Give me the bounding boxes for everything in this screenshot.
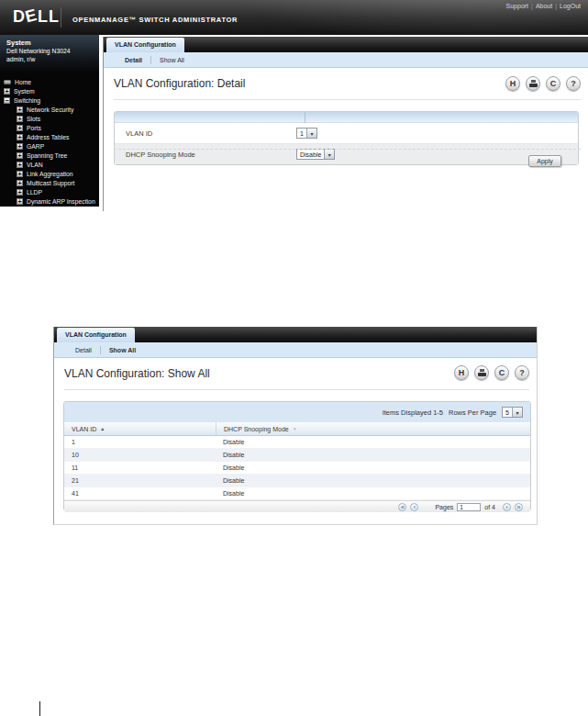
refresh-icon[interactable]: C xyxy=(494,365,509,380)
sidebar-item-dynamic-arp-inspection[interactable]: + Dynamic ARP Inspection xyxy=(0,196,99,206)
apply-button[interactable]: Apply xyxy=(528,155,561,167)
last-page-icon[interactable]: » xyxy=(515,503,523,511)
expand-plus-icon[interactable]: + xyxy=(17,125,23,131)
dell-logo: DELL xyxy=(13,7,60,27)
expand-plus-icon[interactable]: + xyxy=(4,88,10,95)
printer-glyph xyxy=(478,369,486,376)
expand-plus-icon[interactable]: + xyxy=(17,189,23,196)
dhcp-mode-cell: Disable xyxy=(216,490,530,497)
dhcp-snooping-select[interactable]: Disable ▾ xyxy=(296,149,335,160)
refresh-icon[interactable]: C xyxy=(546,76,560,91)
tree-label: VLAN xyxy=(27,162,43,168)
dropdown-arrow-icon[interactable]: ▾ xyxy=(512,408,522,417)
sidebar-device-name: Dell Networking N3024 xyxy=(6,48,99,54)
about-link[interactable]: About xyxy=(536,3,552,9)
sidebar-item-vlan[interactable]: + VLAN xyxy=(0,160,99,169)
sidebar-item-spanning-tree[interactable]: + Spanning Tree xyxy=(0,151,99,160)
tree-label: Switching xyxy=(14,97,40,104)
expand-plus-icon[interactable]: + xyxy=(17,116,23,122)
column-header-vlan-id[interactable]: VLAN ID ▲ xyxy=(64,426,216,432)
sidebar-item-system[interactable]: + System xyxy=(0,86,99,95)
sort-ascending-icon[interactable]: ▲ xyxy=(100,426,105,431)
collapse-minus-icon[interactable]: − xyxy=(4,97,10,104)
expand-plus-icon[interactable]: + xyxy=(17,162,23,168)
support-link[interactable]: Support xyxy=(506,3,529,9)
tree-label: Ports xyxy=(27,125,41,131)
tab-strip: VLAN Configuration xyxy=(104,37,588,52)
save-icon[interactable]: H xyxy=(505,76,520,91)
vlan-id-select[interactable]: 1 ▾ xyxy=(296,128,317,139)
subtab-detail[interactable]: Detail xyxy=(116,57,150,63)
print-icon[interactable] xyxy=(474,365,489,380)
expand-plus-icon[interactable]: + xyxy=(17,143,23,150)
rows-per-page-value: 5 xyxy=(503,409,512,416)
dhcp-mode-cell: Disable xyxy=(216,477,530,484)
table-header-row: VLAN ID ▲ DHCP Snooping Mode ▼ xyxy=(64,422,530,436)
next-page-icon[interactable]: › xyxy=(503,503,511,511)
expand-plus-icon[interactable]: + xyxy=(17,106,23,113)
tree-label: Multicast Support xyxy=(27,180,75,186)
print-icon[interactable] xyxy=(526,76,540,91)
vlan-id-value: 1 xyxy=(297,130,306,137)
help-icon[interactable]: ? xyxy=(566,76,581,91)
form-footer-divider xyxy=(114,149,581,150)
rows-per-page-label: Rows Per Page xyxy=(449,408,496,417)
table-controls-bar: Items Displayed 1-5 Rows Per Page 5 ▾ xyxy=(64,402,530,422)
sidebar-item-home[interactable]: Home xyxy=(0,77,99,86)
tree-label: Dynamic ARP Inspection xyxy=(27,198,95,205)
form-header-bar xyxy=(115,112,578,123)
tab-vlan-configuration[interactable]: VLAN Configuration xyxy=(106,38,184,52)
page-number-input[interactable] xyxy=(457,503,481,511)
sidebar-item-address-tables[interactable]: + Address Tables xyxy=(0,132,99,141)
column-header-dhcp-snooping[interactable]: DHCP Snooping Mode ▼ xyxy=(216,422,530,435)
topbar-links: Support|About|LogOut xyxy=(506,3,581,9)
sidebar-item-link-aggregation[interactable]: + Link Aggregation xyxy=(0,169,99,178)
expand-plus-icon[interactable]: + xyxy=(17,152,23,159)
vlan-id-cell: 21 xyxy=(64,477,216,484)
sort-descending-icon[interactable]: ▼ xyxy=(293,426,297,431)
subtab-bar: Detail Show All xyxy=(104,52,588,68)
tab-vlan-configuration[interactable]: VLAN Configuration xyxy=(57,328,135,342)
form-row-dhcp-snooping: DHCP Snooping Mode Disable ▾ xyxy=(115,144,578,164)
first-page-icon[interactable]: « xyxy=(398,503,406,511)
rows-per-page-select[interactable]: 5 ▾ xyxy=(502,407,523,418)
previous-page-icon[interactable]: ‹ xyxy=(410,503,418,511)
tree-label: Link Aggregation xyxy=(27,171,73,177)
sidebar-item-switching[interactable]: − Switching xyxy=(0,95,99,105)
sidebar-item-ports[interactable]: + Ports xyxy=(0,123,99,132)
brand-divider xyxy=(61,7,61,28)
sidebar-item-network-security[interactable]: + Network Security xyxy=(0,105,99,114)
dropdown-arrow-icon[interactable]: ▾ xyxy=(324,150,334,159)
subtab-show-all[interactable]: Show All xyxy=(101,347,144,353)
expand-plus-icon[interactable]: + xyxy=(17,171,23,177)
pagination-bar: « ‹ Pages of 4 › » xyxy=(64,500,530,512)
page-margin-mark xyxy=(39,701,40,716)
help-icon[interactable]: ? xyxy=(515,365,529,380)
sidebar-item-multicast-support[interactable]: + Multicast Support xyxy=(0,178,99,187)
toolbar-icons: H C ? xyxy=(505,76,581,91)
tree-label: Spanning Tree xyxy=(27,152,67,159)
app-title: OPENMANAGE™ SWITCH ADMINISTRATOR xyxy=(72,16,238,24)
sidebar-item-garp[interactable]: + GARP xyxy=(0,141,99,151)
vlan-id-cell: 1 xyxy=(64,439,216,445)
save-icon[interactable]: H xyxy=(454,365,469,380)
subtab-show-all[interactable]: Show All xyxy=(151,57,193,63)
dropdown-arrow-icon[interactable]: ▾ xyxy=(306,129,316,138)
title-divider xyxy=(114,99,581,100)
expand-plus-icon[interactable]: + xyxy=(17,134,23,140)
logout-link[interactable]: LogOut xyxy=(560,3,581,9)
dhcp-snooping-label: DHCP Snooping Mode xyxy=(115,151,296,159)
sidebar-item-slots[interactable]: + Slots xyxy=(0,114,99,123)
sidebar-item-lldp[interactable]: + LLDP xyxy=(0,187,99,196)
column-label: DHCP Snooping Mode xyxy=(224,426,289,432)
topbar: Support|About|LogOut DELL OPENMANAGE™ SW… xyxy=(0,0,588,35)
subtab-detail[interactable]: Detail xyxy=(67,347,100,353)
vlan-showall-panel: VLAN Configuration Detail Show All VLAN … xyxy=(53,327,538,525)
table-row: 10 Disable xyxy=(64,449,530,462)
tree-label: Home xyxy=(15,79,31,85)
tab-strip: VLAN Configuration xyxy=(54,327,537,342)
page-title: VLAN Configuration: Show All xyxy=(64,367,210,380)
expand-plus-icon[interactable]: + xyxy=(17,198,23,205)
vlan-id-cell: 10 xyxy=(64,452,216,458)
expand-plus-icon[interactable]: + xyxy=(17,180,23,186)
